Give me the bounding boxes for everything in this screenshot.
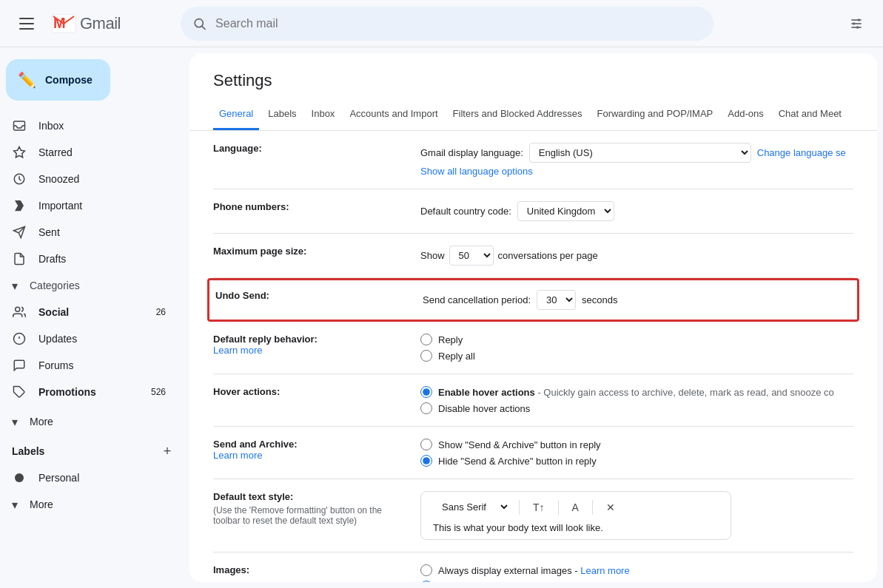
gmail-logo[interactable]: M Gmail	[50, 10, 121, 37]
more-label: More	[30, 416, 166, 428]
send-archive-radio-group: Show "Send & Archive" button in reply Hi…	[420, 439, 853, 467]
images-row: Images: Always display external images -…	[213, 552, 853, 582]
labels-header: Labels +	[0, 435, 189, 464]
tab-general[interactable]: General	[213, 99, 259, 130]
ask-display-option[interactable]: Ask before displaying external images - …	[420, 581, 853, 582]
send-archive-label: Send and Archive: Learn more	[213, 439, 420, 461]
sidebar-item-personal[interactable]: Personal	[0, 464, 178, 491]
sidebar-item-updates[interactable]: Updates	[0, 325, 178, 352]
page-size-select[interactable]: 25 50 100	[449, 246, 494, 266]
inbox-icon	[12, 119, 27, 132]
font-size-button[interactable]: T↑	[528, 500, 549, 515]
hamburger-icon	[19, 18, 34, 30]
settings-tabs: General Labels Inbox Accounts and Import…	[189, 99, 877, 131]
tab-addons[interactable]: Add-ons	[722, 99, 769, 130]
tab-labels[interactable]: Labels	[262, 99, 302, 130]
language-content: Gmail display language: English (US) Cha…	[420, 143, 853, 177]
svg-line-4	[202, 26, 205, 29]
svg-point-8	[858, 18, 860, 21]
sidebar-more-toggle[interactable]: ▾ More	[0, 408, 178, 435]
show-all-languages-link[interactable]: Show all language options	[420, 166, 853, 177]
add-label-button[interactable]: +	[157, 441, 178, 462]
font-select[interactable]: Sans Serif Serif Monospace	[433, 498, 510, 516]
send-archive-learn-more[interactable]: Learn more	[213, 450, 262, 461]
page-size-content: Show 25 50 100 conversations per page	[420, 246, 853, 266]
enable-hover-option[interactable]: Enable hover actions - Quickly gain acce…	[420, 386, 853, 398]
always-display-radio[interactable]	[420, 564, 432, 576]
phone-row: Phone numbers: Default country code: Uni…	[213, 189, 853, 234]
tab-inbox[interactable]: Inbox	[306, 99, 341, 130]
reply-behavior-content: Reply Reply all	[420, 334, 853, 362]
svg-point-21	[15, 473, 24, 482]
ask-display-label: Ask before displaying external images - …	[438, 581, 781, 583]
sidebar-item-sent[interactable]: Sent	[0, 219, 178, 246]
language-select[interactable]: English (US)	[529, 143, 751, 163]
svg-point-9	[853, 22, 855, 24]
search-bar[interactable]	[181, 7, 714, 41]
filter-icon-button[interactable]	[842, 9, 871, 38]
svg-point-16	[16, 307, 20, 311]
disable-hover-radio[interactable]	[420, 402, 432, 414]
sidebar-item-forums[interactable]: Forums	[0, 352, 178, 379]
font-color-button[interactable]: A	[568, 500, 583, 515]
hide-send-archive-radio[interactable]	[420, 455, 432, 467]
info-icon	[12, 332, 27, 345]
settings-body: Language: Gmail display language: Englis…	[189, 131, 877, 582]
reply-radio[interactable]	[420, 334, 432, 345]
hide-send-archive-option[interactable]: Hide "Send & Archive" button in reply	[420, 455, 853, 467]
display-language-label: Gmail display language:	[420, 147, 523, 158]
tab-accounts[interactable]: Accounts and Import	[343, 99, 443, 130]
sidebar-item-label: Starred	[38, 146, 166, 158]
disable-hover-option[interactable]: Disable hover actions	[420, 402, 853, 414]
topbar-left: M Gmail	[12, 9, 175, 38]
sidebar-item-starred[interactable]: Starred	[0, 139, 178, 166]
images-learn-more[interactable]: Learn more	[580, 565, 629, 576]
sidebar-item-snoozed[interactable]: Snoozed	[0, 166, 178, 192]
divider1	[519, 500, 520, 515]
sidebar-item-social[interactable]: Social 26	[0, 299, 178, 325]
disable-hover-label: Disable hover actions	[438, 403, 530, 414]
reply-learn-more-link[interactable]: Learn more	[213, 345, 262, 356]
forums-icon	[12, 359, 27, 372]
categories-toggle[interactable]: ▾ Categories	[0, 272, 178, 299]
chevron-down-icon: ▾	[12, 279, 18, 293]
reply-option[interactable]: Reply	[420, 334, 853, 345]
reply-label: Reply	[438, 334, 463, 345]
reply-all-option[interactable]: Reply all	[420, 350, 853, 362]
sidebar-more-toggle2[interactable]: ▾ More	[0, 491, 178, 518]
page-size-label: Maximum page size:	[213, 246, 420, 257]
phone-label: Phone numbers:	[213, 201, 420, 212]
sidebar-item-inbox[interactable]: Inbox	[0, 112, 178, 139]
always-display-option[interactable]: Always display external images - Learn m…	[420, 564, 853, 576]
remove-format-button[interactable]: ✕	[602, 500, 620, 515]
search-input[interactable]	[215, 17, 702, 30]
cancellation-period-select[interactable]: 5 10 20 30	[537, 290, 576, 310]
sidebar-item-promotions[interactable]: Promotions 526	[0, 379, 178, 405]
reply-all-radio[interactable]	[420, 350, 432, 362]
compose-label: Compose	[45, 74, 93, 86]
app-layout: ✏️ Compose Inbox Starred Snoozed Impo	[0, 47, 883, 588]
text-style-preview: This is what your body text will look li…	[433, 522, 719, 533]
tab-filters[interactable]: Filters and Blocked Addresses	[447, 99, 588, 130]
sidebar-item-label: Snoozed	[38, 173, 166, 185]
pencil-icon: ✏️	[18, 71, 36, 89]
tab-forwarding[interactable]: Forwarding and POP/IMAP	[591, 99, 719, 130]
reply-behavior-row: Default reply behavior: Learn more Reply…	[213, 322, 853, 374]
sidebar-item-label: Sent	[38, 226, 166, 238]
people-icon	[12, 305, 27, 319]
search-icon	[192, 16, 207, 31]
tab-chat[interactable]: Chat and Meet	[773, 99, 847, 130]
enable-hover-radio[interactable]	[420, 386, 432, 398]
show-send-archive-option[interactable]: Show "Send & Archive" button in reply	[420, 439, 853, 450]
country-select[interactable]: United Kingdom United States Canada	[517, 201, 614, 221]
change-language-link[interactable]: Change language se	[757, 147, 846, 158]
ask-display-radio[interactable]	[420, 581, 432, 582]
sidebar-item-important[interactable]: Important	[0, 192, 178, 219]
compose-button[interactable]: ✏️ Compose	[6, 59, 110, 101]
sidebar-item-drafts[interactable]: Drafts	[0, 246, 178, 272]
sidebar: ✏️ Compose Inbox Starred Snoozed Impo	[0, 47, 189, 588]
hover-actions-content: Enable hover actions - Quickly gain acce…	[420, 386, 853, 414]
menu-button[interactable]	[12, 9, 41, 38]
svg-text:M: M	[53, 15, 66, 31]
show-send-archive-radio[interactable]	[420, 439, 432, 450]
